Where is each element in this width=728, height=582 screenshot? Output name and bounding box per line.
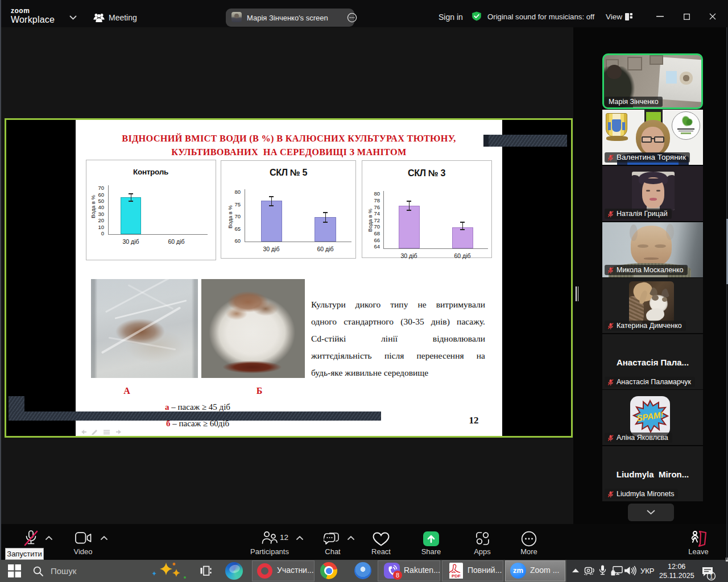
svg-text:1: 1 [709,573,713,580]
svg-text:PDF: PDF [452,573,461,579]
